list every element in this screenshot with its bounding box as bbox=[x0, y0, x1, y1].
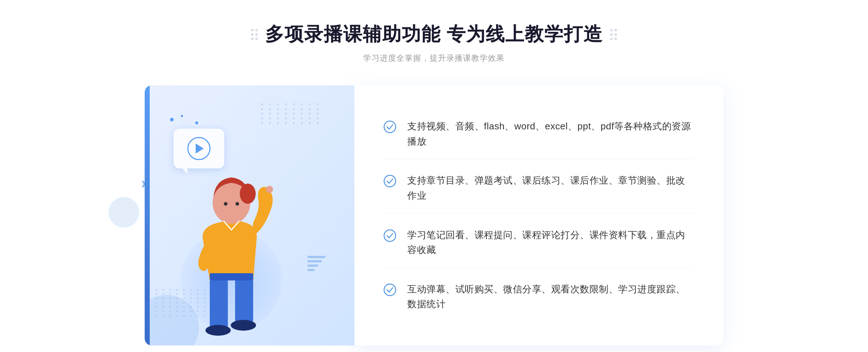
svg-point-8 bbox=[224, 202, 227, 206]
feature-text-2: 支持章节目录、弹题考试、课后练习、课后作业、章节测验、批改作业 bbox=[407, 173, 694, 203]
svg-point-9 bbox=[235, 202, 239, 206]
stripe-decoration bbox=[307, 256, 326, 273]
check-icon-2 bbox=[383, 175, 396, 188]
svg-point-12 bbox=[384, 175, 396, 187]
right-title-dots bbox=[610, 29, 617, 40]
feature-item-4: 互动弹幕、试听购买、微信分享、观看次数限制、学习进度跟踪、数据统计 bbox=[383, 272, 694, 322]
check-icon-4 bbox=[383, 283, 396, 296]
sparkle-dot-3 bbox=[195, 121, 198, 124]
left-title-dots bbox=[251, 29, 258, 40]
main-title: 多项录播课辅助功能 专为线上教学打造 bbox=[265, 22, 603, 47]
feature-item-2: 支持章节目录、弹题考试、课后练习、课后作业、章节测验、批改作业 bbox=[383, 163, 694, 214]
check-icon-3 bbox=[383, 229, 396, 242]
person-illustration bbox=[159, 150, 297, 345]
svg-point-13 bbox=[384, 230, 396, 241]
header-section: 多项录播课辅助功能 专为线上教学打造 学习进度全掌握，提升录播课教学效果 bbox=[251, 22, 617, 64]
feature-text-3: 学习笔记回看、课程提问、课程评论打分、课件资料下载，重点内容收藏 bbox=[407, 228, 694, 258]
feature-item-1: 支持视频、音频、flash、word、excel、ppt、pdf等各种格式的资源… bbox=[383, 109, 694, 159]
svg-point-7 bbox=[240, 184, 256, 204]
title-wrapper: 多项录播课辅助功能 专为线上教学打造 bbox=[251, 22, 617, 47]
svg-point-14 bbox=[384, 284, 396, 296]
feature-item-3: 学习笔记回看、课程提问、课程评论打分、课件资料下载，重点内容收藏 bbox=[383, 218, 694, 268]
svg-point-2 bbox=[205, 325, 231, 336]
feature-text-1: 支持视频、音频、flash、word、excel、ppt、pdf等各种格式的资源… bbox=[407, 119, 694, 149]
svg-point-10 bbox=[266, 186, 273, 193]
sub-title: 学习进度全掌握，提升录播课教学效果 bbox=[251, 53, 617, 64]
features-area: 支持视频、音频、flash、word、excel、ppt、pdf等各种格式的资源… bbox=[354, 85, 723, 345]
content-area: // Will be rendered inline bbox=[145, 85, 723, 345]
svg-point-11 bbox=[384, 121, 396, 133]
svg-rect-4 bbox=[210, 273, 253, 280]
svg-rect-0 bbox=[210, 273, 228, 331]
sparkle-dot-1 bbox=[170, 118, 174, 121]
dot-grid-top bbox=[261, 103, 322, 124]
check-icon-1 bbox=[383, 120, 396, 133]
illustration-area: // Will be rendered inline bbox=[145, 85, 354, 345]
feature-text-4: 互动弹幕、试听购买、微信分享、观看次数限制、学习进度跟踪、数据统计 bbox=[407, 282, 694, 312]
left-chevron-deco: » bbox=[141, 174, 150, 192]
left-circle-deco bbox=[109, 197, 139, 228]
svg-point-3 bbox=[231, 320, 256, 331]
page-wrapper: 多项录播课辅助功能 专为线上教学打造 学习进度全掌握，提升录播课教学效果 bbox=[0, 0, 868, 352]
sparkle-dot-2 bbox=[181, 115, 183, 117]
svg-rect-1 bbox=[235, 273, 253, 324]
